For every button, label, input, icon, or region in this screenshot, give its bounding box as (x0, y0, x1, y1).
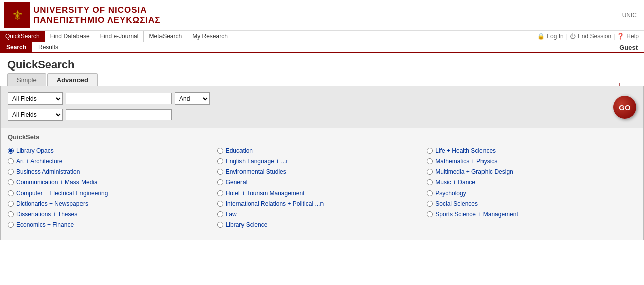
quickset-link[interactable]: Environmental Studies (226, 168, 286, 175)
quickset-radio[interactable] (427, 169, 433, 175)
search-row-1: All Fields Title Author Subject ISBN/ISS… (8, 92, 636, 105)
list-item[interactable]: Dictionaries + Newspapers (8, 199, 217, 209)
end-session-link[interactable]: End Session (578, 33, 611, 40)
tab-simple[interactable]: Simple (7, 73, 46, 86)
quickset-link[interactable]: Computer + Electrical Engineering (16, 189, 108, 197)
lock-icon: 🔒 (537, 33, 545, 40)
quickset-radio[interactable] (217, 190, 223, 196)
header: ⚜ UNIVERSITY OF NICOSIA ΠΑΝΕΠΙΣΤΗΜΙΟ ΛΕΥ… (0, 0, 644, 31)
list-item[interactable]: Psychology (427, 188, 636, 198)
list-item[interactable]: Mathematics + Physics (427, 156, 636, 166)
list-item[interactable]: Business Administration (8, 167, 217, 177)
quickset-link[interactable]: Hotel + Tourism Management (226, 189, 305, 197)
quickset-radio[interactable] (427, 211, 433, 217)
quickset-link[interactable]: Library Opacs (16, 147, 54, 154)
subnav-results[interactable]: Results (32, 42, 64, 52)
quickset-radio[interactable] (217, 169, 223, 175)
quickset-radio[interactable] (8, 158, 14, 164)
logo-box: ⚜ (4, 2, 30, 28)
quickset-link[interactable]: Communication + Mass Media (16, 179, 98, 186)
quicksets-area: QuickSets Library Opacs Art + Architectu… (0, 128, 644, 240)
quickset-radio[interactable] (427, 190, 433, 196)
subnav-search[interactable]: Search (0, 42, 32, 52)
quickset-link[interactable]: International Relations + Political ...n (226, 200, 324, 207)
quickset-radio[interactable] (217, 179, 223, 185)
nav-item-quicksearch[interactable]: QuickSearch (0, 31, 45, 42)
list-item[interactable]: Sports Science + Management (427, 209, 636, 219)
quickset-link[interactable]: Economics + Finance (16, 221, 74, 228)
quickset-link[interactable]: Social Sciences (435, 200, 478, 207)
go-button[interactable]: GO (613, 96, 636, 119)
quickset-link[interactable]: General (226, 179, 248, 186)
quickset-radio[interactable] (8, 148, 14, 154)
list-item[interactable]: Education (217, 146, 427, 156)
list-item[interactable]: Library Opacs (8, 146, 217, 156)
quickset-radio[interactable] (8, 179, 14, 185)
list-item[interactable]: Dissertations + Theses (8, 209, 217, 219)
nav-item-metasearch[interactable]: MetaSearch (144, 31, 187, 42)
list-item[interactable]: Art + Architecture (8, 156, 217, 166)
quickset-radio[interactable] (427, 179, 433, 185)
top-nav-right: 🔒 Log In | ⏻ End Session | ❓ Help (537, 33, 644, 40)
university-line1: UNIVERSITY OF NICOSIA (33, 5, 161, 15)
search-input-1[interactable] (66, 93, 172, 104)
list-item[interactable]: Hotel + Tourism Management (217, 188, 427, 198)
field-select-1[interactable]: All Fields Title Author Subject ISBN/ISS… (8, 92, 63, 105)
quickset-link[interactable]: English Language + ...r (226, 158, 288, 165)
quickset-radio[interactable] (427, 201, 433, 207)
tab-advanced[interactable]: Advanced (47, 73, 98, 86)
nav-item-findejournal[interactable]: Find e-Journal (95, 31, 144, 42)
list-item[interactable]: Multimedia + Graphic Design (427, 167, 636, 177)
quickset-link[interactable]: Dissertations + Theses (16, 211, 77, 218)
quickset-radio[interactable] (217, 201, 223, 207)
quickset-link[interactable]: Law (226, 211, 237, 218)
list-item[interactable]: Computer + Electrical Engineering (8, 188, 217, 198)
quickset-link[interactable]: Art + Architecture (16, 158, 62, 165)
quickset-radio[interactable] (8, 211, 14, 217)
quickset-link[interactable]: Business Administration (16, 168, 80, 175)
quickset-radio[interactable] (217, 158, 223, 164)
logo-area: ⚜ UNIVERSITY OF NICOSIA ΠΑΝΕΠΙΣΤΗΜΙΟ ΛΕΥ… (4, 2, 161, 28)
end-icon: ⏻ (570, 33, 576, 40)
list-item[interactable]: International Relations + Political ...n (217, 199, 427, 209)
quickset-link[interactable]: Life + Health Sciences (435, 147, 496, 154)
quickset-link[interactable]: Mathematics + Physics (435, 158, 497, 165)
quickset-radio[interactable] (8, 222, 14, 228)
quickset-link[interactable]: Education (226, 147, 253, 154)
list-item[interactable]: Social Sciences (427, 199, 636, 209)
quickset-link[interactable]: Dictionaries + Newspapers (16, 200, 88, 207)
list-item[interactable]: Economics + Finance (8, 220, 217, 230)
quickset-radio[interactable] (217, 222, 223, 228)
quickset-link[interactable]: Multimedia + Graphic Design (435, 168, 513, 175)
nav-item-finddatabase[interactable]: Find Database (45, 31, 95, 42)
quickset-link[interactable]: Music + Dance (435, 179, 475, 186)
list-item[interactable]: Library Science (217, 220, 427, 230)
list-item[interactable]: Music + Dance (427, 177, 636, 187)
list-item[interactable]: Life + Health Sciences (427, 146, 636, 156)
sep2: | (613, 33, 615, 40)
page-title: QuickSearch (0, 53, 644, 73)
help-link[interactable]: Help (626, 33, 639, 40)
field-select-2[interactable]: All Fields Title Author Subject ISBN/ISS… (8, 109, 63, 121)
quickset-radio[interactable] (8, 190, 14, 196)
login-link[interactable]: Log In (547, 33, 564, 40)
quickset-radio[interactable] (427, 148, 433, 154)
quickset-radio[interactable] (8, 201, 14, 207)
quickset-link[interactable]: Psychology (435, 189, 466, 197)
list-item[interactable]: Communication + Mass Media (8, 177, 217, 187)
list-item[interactable]: Law (217, 209, 427, 219)
list-item[interactable]: Environmental Studies (217, 167, 427, 177)
list-item[interactable]: English Language + ...r (217, 156, 427, 166)
quickset-radio[interactable] (217, 211, 223, 217)
quicksets-col-1: Library Opacs Art + Architecture Busines… (8, 146, 217, 230)
quickset-link[interactable]: Library Science (226, 221, 268, 228)
quickset-radio[interactable] (217, 148, 223, 154)
search-input-2[interactable] (66, 109, 172, 120)
quickset-radio[interactable] (8, 169, 14, 175)
quickset-link[interactable]: Sports Science + Management (435, 211, 518, 218)
bool-select[interactable]: And Or Not (175, 92, 210, 105)
search-row-2: All Fields Title Author Subject ISBN/ISS… (8, 109, 636, 121)
nav-item-myresearch[interactable]: My Research (187, 31, 233, 42)
quickset-radio[interactable] (427, 158, 433, 164)
list-item[interactable]: General (217, 177, 427, 187)
